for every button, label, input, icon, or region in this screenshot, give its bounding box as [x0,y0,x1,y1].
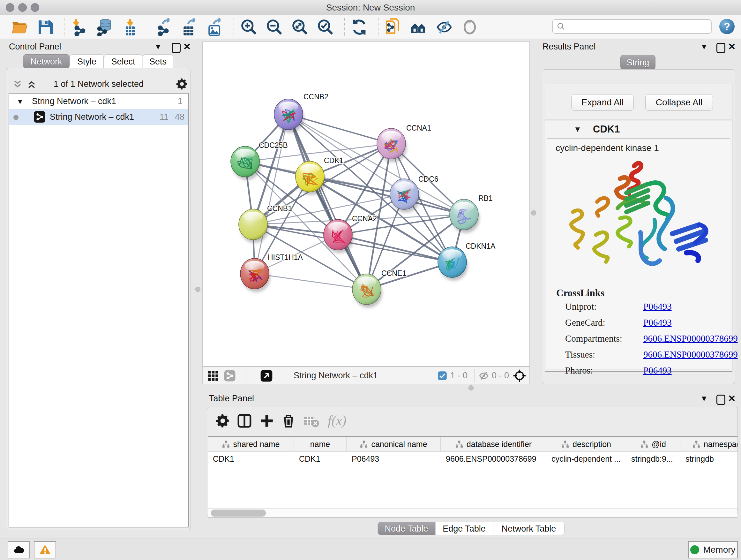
zoom-in-icon[interactable] [240,18,258,36]
birdseye-view-icon[interactable] [260,369,273,382]
string-network-icon [34,111,45,123]
node-CCNE1[interactable] [352,274,382,308]
table-cell[interactable]: stringdb:9... [626,451,680,466]
save-session-icon[interactable] [37,18,54,36]
tab-network-table[interactable]: Network Table [493,522,564,535]
node-HIST1H1A[interactable] [240,258,270,292]
tab-network[interactable]: Network [23,54,70,68]
network-canvas[interactable]: CCNB2CCNA1CDC25BCDK1CDC6RB1CCNB1CCNA2CDK… [202,42,530,367]
network-row-selected[interactable]: String Network – cdk1 11 48 [9,109,188,125]
table-cell[interactable]: cyclin-dependent ... [546,451,626,466]
table-cell[interactable]: P06493 [347,451,441,466]
cloud-button[interactable] [8,541,30,558]
collection-expand-arrow-icon[interactable]: ▼ [17,94,23,110]
hidden-count: 0 - 0 [492,367,509,384]
table-panel-float-button[interactable] [717,395,725,405]
delete-column-trash-icon[interactable] [280,413,296,429]
selected-checkbox-icon[interactable] [437,371,447,381]
horizontal-scrollbar[interactable] [208,508,738,517]
tab-select[interactable]: Select [104,54,142,68]
edge-HIST1H1A-CCNE1[interactable] [255,273,367,289]
column-header-namespace[interactable]: namespace [680,437,738,451]
node-CCNB2[interactable] [274,99,304,133]
refresh-layout-icon[interactable] [350,18,368,36]
table-cell[interactable]: stringdb [680,451,738,466]
add-column-icon[interactable] [259,413,275,429]
tab-style[interactable]: Style [70,54,104,68]
selected-count: 1 - 0 [450,367,468,384]
open-session-icon[interactable] [11,18,29,36]
node-CDC25B[interactable] [231,146,261,180]
import-network-icon[interactable] [70,18,88,36]
table-panel-menu-button[interactable]: ▾ [702,393,706,403]
tab-string-results[interactable]: String [620,55,656,70]
crosslink-label: Compartments: [565,333,643,344]
node-CDKN1A[interactable] [438,247,468,281]
horizontal-scrollbar-thumb[interactable] [211,509,266,516]
tab-edge-table[interactable]: Edge Table [435,522,493,535]
export-table-icon[interactable] [181,18,199,36]
table-cell[interactable]: CDK1 [294,451,347,466]
hide-unhide-icon[interactable] [435,18,453,36]
column-header-canonical-name[interactable]: canonical name [347,437,441,451]
node-label-RB1: RB1 [478,194,493,202]
edge-CCNB2-HIST1H1A[interactable] [255,114,288,273]
crosslink-link[interactable]: 9606.ENSP00000378699 [643,349,738,360]
search-text-field[interactable] [565,21,711,32]
table-row[interactable]: CDK1CDK1P064939606.ENSP00000378699cyclin… [208,451,738,466]
bottom-splitter-handle[interactable] [468,385,474,390]
export-network-icon[interactable] [155,18,173,36]
node-CDC6[interactable] [390,179,420,212]
node-CDK1[interactable] [295,161,326,195]
export-image-icon[interactable] [206,18,224,36]
tab-node-table[interactable]: Node Table [378,522,435,535]
memory-button[interactable]: Memory [688,541,738,558]
right-splitter-handle[interactable] [531,210,536,215]
crosslink-link[interactable]: 9606.ENSP00000378699 [643,333,738,344]
control-panel-close-button[interactable]: ✕ [183,42,191,51]
results-panel-menu-button[interactable]: ▾ [702,42,706,51]
node-CCNA1[interactable] [377,128,407,162]
import-table-icon[interactable] [121,18,139,36]
network-collection-row[interactable]: ▼ String Network – cdk1 1 [9,94,188,109]
column-header-shared-name[interactable]: shared name [208,437,294,451]
control-panel-menu-button[interactable]: ▾ [156,42,160,51]
zoom-fit-icon[interactable] [291,18,309,36]
edge-CCNB2-CCNE1[interactable] [288,114,367,289]
column-header-name[interactable]: name [294,437,347,451]
control-panel-float-button[interactable] [172,43,181,53]
grid-view-icon[interactable] [207,370,219,382]
zoom-selected-icon[interactable] [317,18,334,36]
tab-sets[interactable]: Sets [143,54,173,68]
table-settings-gear-icon[interactable] [215,413,231,429]
results-panel-float-button[interactable] [717,43,725,53]
node-RB1[interactable] [450,199,480,233]
gear-icon[interactable] [175,77,189,91]
help-button[interactable]: ? [719,19,735,34]
fit-selected-crosshair-icon[interactable] [513,369,526,382]
network-view-share-icon[interactable] [224,370,236,382]
crosslink-link[interactable]: P06493 [643,317,672,328]
search-input[interactable] [552,19,712,34]
table-cell[interactable]: 9606.ENSP00000378699 [441,451,546,466]
column-header-description[interactable]: description [546,437,626,451]
column-header-database-identifier[interactable]: database identifier [441,437,546,451]
expand-all-button[interactable]: Expand All [571,94,634,111]
collapse-all-button[interactable]: Collapse All [645,94,713,111]
results-panel-close-button[interactable]: ✕ [728,42,736,51]
network-graph[interactable]: CCNB2CCNA1CDC25BCDK1CDC6RB1CCNB1CCNA2CDK… [203,42,529,366]
warnings-button[interactable] [34,541,56,558]
table-cell[interactable]: CDK1 [208,451,294,466]
home-networks-icon[interactable] [410,18,428,36]
show-columns-icon[interactable] [237,413,253,429]
import-database-icon[interactable] [96,18,114,36]
gene-collapse-arrow-icon[interactable]: ▼ [574,125,582,134]
table-panel-close-button[interactable]: ✕ [728,394,736,403]
network-selection-status: 1 of 1 Network selected [6,79,191,89]
column-header-@id[interactable]: @id [626,437,680,451]
clone-network-icon[interactable] [384,18,402,36]
zoom-out-icon[interactable] [266,18,283,36]
crosslink-link[interactable]: P06493 [643,301,672,312]
left-splitter-handle[interactable] [195,287,200,292]
crosslink-link[interactable]: P06493 [643,365,672,376]
